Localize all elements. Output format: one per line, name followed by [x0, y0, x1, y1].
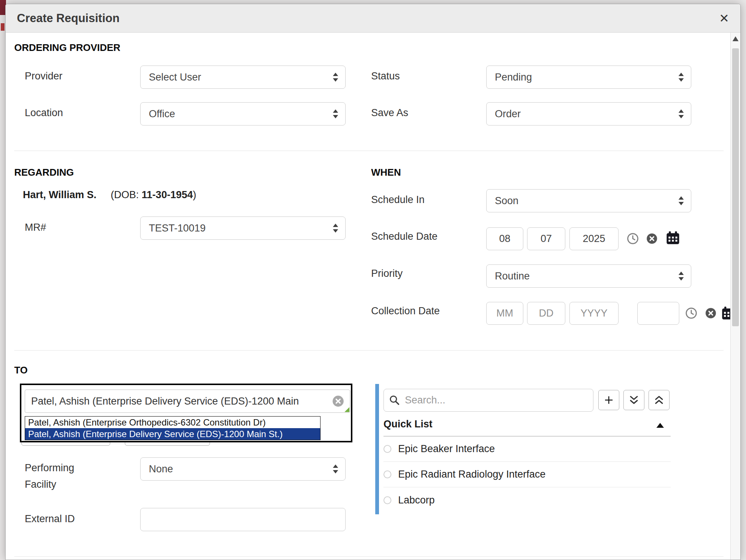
mr-select[interactable]: TEST-10019 [140, 217, 346, 240]
section-divider [14, 350, 724, 351]
patient-line: Hart, William S. (DOB: 11-30-1954) [23, 189, 196, 201]
caret-updown-icon [677, 270, 685, 282]
quick-list-item[interactable]: Epic Beaker Interface [383, 436, 671, 462]
double-chevron-down-icon [628, 394, 640, 406]
location-select-value: Office [149, 108, 175, 120]
performing-facility-label: Performing Facility [25, 460, 107, 493]
suggestion-list: Patel, Ashish (Enterprise Orthopedics-63… [25, 416, 321, 440]
collection-time-input[interactable] [637, 302, 679, 325]
priority-select-value: Routine [495, 270, 530, 282]
caret-updown-icon [332, 108, 339, 119]
plus-icon [603, 394, 614, 406]
status-select-value: Pending [495, 72, 532, 83]
create-requisition-modal: Create Requisition ✕ ORDERING PROVIDER P… [5, 4, 741, 560]
status-select[interactable]: Pending [486, 66, 691, 89]
caret-updown-icon [677, 72, 685, 83]
dob-prefix: (DOB: [111, 189, 142, 200]
section-divider [14, 151, 724, 151]
schedule-day-input[interactable] [527, 227, 565, 250]
panel-accent-bar [375, 384, 379, 514]
modal-title: Create Requisition [17, 12, 120, 25]
regarding-heading: REGARDING [14, 167, 74, 178]
location-select[interactable]: Office [140, 102, 346, 125]
suggestion-item[interactable]: Patel, Ashish (Enterprise Orthopedics-63… [25, 417, 320, 428]
schedule-year-input[interactable] [569, 227, 619, 250]
quick-list-item-label: Labcorp [398, 494, 435, 506]
clear-date-icon[interactable] [705, 308, 716, 319]
save-as-select[interactable]: Order [486, 102, 691, 125]
when-heading: WHEN [371, 167, 401, 178]
schedule-month-input[interactable] [486, 227, 523, 250]
ordering-provider-heading: ORDERING PROVIDER [14, 42, 120, 54]
schedule-in-label: Schedule In [371, 194, 425, 206]
patient-name: Hart, William S. [23, 189, 96, 201]
to-heading: TO [14, 364, 28, 376]
dob-suffix: ) [193, 189, 196, 200]
quick-list-item[interactable]: Labcorp [383, 487, 671, 513]
collapse-triangle-icon[interactable] [656, 423, 664, 428]
quick-list-item-label: Epic Radiant Radiology Interface [398, 469, 545, 480]
search-box [383, 389, 593, 412]
collapse-all-button[interactable] [649, 390, 670, 410]
caret-updown-icon [332, 223, 339, 234]
priority-select[interactable]: Routine [486, 264, 691, 288]
quick-list-title: Quick List [383, 418, 433, 430]
bottom-divider [14, 556, 724, 557]
search-input[interactable] [383, 389, 593, 412]
modal-body: ORDERING PROVIDER Provider Select User S… [6, 33, 740, 560]
recipient-combobox: Patel, Ashish (Enterprise Orthopedics-63… [20, 384, 352, 442]
provider-select-value: Select User [149, 72, 201, 83]
double-chevron-up-icon [653, 394, 665, 406]
clear-date-icon[interactable] [646, 233, 658, 244]
schedule-date-label: Schedule Date [371, 231, 437, 242]
scrollbar[interactable] [730, 33, 740, 560]
patient-dob: (DOB: 11-30-1954) [111, 189, 196, 201]
save-as-select-value: Order [495, 108, 521, 120]
caret-updown-icon [332, 72, 339, 83]
radio-icon[interactable] [383, 445, 391, 453]
resize-grip-icon[interactable] [345, 407, 349, 412]
quick-list-header[interactable]: Quick List [383, 418, 671, 430]
scrollbar-thumb[interactable] [732, 48, 739, 326]
suggestion-item-selected[interactable]: Patel, Ashish (Enterprise Delivery Servi… [25, 428, 320, 440]
calendar-icon[interactable] [665, 230, 680, 245]
caret-updown-icon [677, 195, 685, 206]
close-icon[interactable]: ✕ [719, 12, 729, 24]
search-icon [389, 394, 400, 406]
mr-select-value: TEST-10019 [149, 223, 206, 234]
scroll-up-arrow-icon[interactable] [733, 36, 739, 41]
external-id-label: External ID [25, 513, 75, 525]
collection-year-input[interactable] [569, 302, 619, 325]
recipient-input[interactable] [25, 390, 350, 413]
clock-icon[interactable] [627, 233, 639, 245]
external-id-input[interactable] [140, 508, 346, 531]
collection-day-input[interactable] [527, 302, 565, 325]
performing-facility-select[interactable]: None [140, 457, 346, 481]
location-label: Location [25, 107, 63, 119]
expand-all-button[interactable] [623, 390, 644, 410]
performing-facility-select-value: None [149, 463, 173, 475]
status-label: Status [371, 70, 400, 82]
add-button[interactable] [598, 390, 619, 410]
dob-value: 11-30-1954 [142, 189, 193, 200]
clear-input-icon[interactable] [332, 395, 344, 407]
quick-list-item[interactable]: Epic Radiant Radiology Interface [383, 462, 671, 487]
collection-month-input[interactable] [486, 302, 523, 325]
caret-updown-icon [332, 463, 339, 475]
collection-date-label: Collection Date [371, 305, 440, 317]
schedule-in-select-value: Soon [495, 195, 518, 207]
provider-select[interactable]: Select User [140, 66, 346, 89]
radio-icon[interactable] [383, 496, 391, 504]
caret-updown-icon [677, 108, 685, 119]
save-as-label: Save As [371, 107, 408, 119]
priority-label: Priority [371, 268, 403, 279]
quick-list-item-label: Epic Beaker Interface [398, 443, 495, 455]
background-artifact [1, 23, 4, 31]
mr-label: MR# [25, 222, 46, 233]
quick-list: Epic Beaker Interface Epic Radiant Radio… [383, 436, 671, 513]
provider-label: Provider [25, 70, 63, 82]
radio-icon[interactable] [383, 470, 391, 478]
clock-icon[interactable] [685, 307, 697, 319]
modal-header: Create Requisition ✕ [6, 4, 740, 33]
schedule-in-select[interactable]: Soon [486, 189, 691, 212]
